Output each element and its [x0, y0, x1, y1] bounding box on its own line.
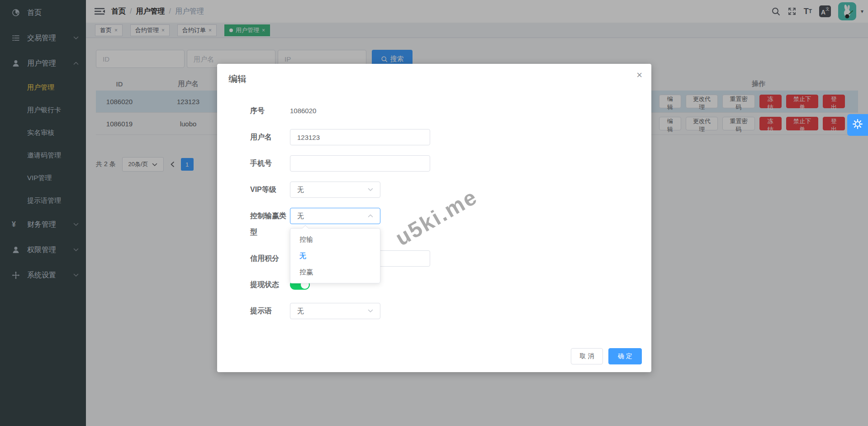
form-select-提示语[interactable]: 无: [290, 303, 380, 319]
form-row-用户名: 用户名: [250, 129, 633, 145]
select-dropdown: 控输无控赢: [290, 228, 380, 283]
confirm-button[interactable]: 确 定: [608, 348, 642, 364]
form-label: 用户名: [250, 129, 290, 145]
form-control: 无: [290, 182, 380, 198]
chevron-down-icon: [368, 309, 373, 313]
dialog-title: 编辑: [228, 74, 247, 84]
dialog-footer: 取 消 确 定: [571, 348, 642, 364]
form-row-提示语: 提示语无: [250, 303, 633, 319]
form-label: 信用积分: [250, 250, 290, 267]
select-value: 无: [297, 186, 304, 194]
form-row-手机号: 手机号: [250, 155, 633, 172]
gear-icon: [852, 118, 863, 132]
close-icon[interactable]: ×: [636, 70, 642, 80]
form-control: [290, 129, 430, 145]
select-value: 无: [297, 307, 304, 316]
form-label: 序号: [250, 103, 290, 119]
readonly-value: 1086020: [290, 107, 316, 115]
dialog-header: 编辑 ×: [217, 64, 651, 85]
cancel-button[interactable]: 取 消: [571, 348, 603, 364]
dropdown-option-无[interactable]: 无: [290, 248, 380, 264]
form-label: VIP等级: [250, 182, 290, 198]
form-control: 1086020: [290, 103, 316, 119]
dropdown-option-控赢[interactable]: 控赢: [290, 264, 380, 280]
form-label: 提示语: [250, 303, 290, 319]
select-value: 无: [297, 212, 304, 220]
form-control: [290, 155, 430, 172]
chevron-down-icon: [368, 188, 373, 191]
form-select-VIP等级[interactable]: 无: [290, 182, 380, 198]
form-label: 提现状态: [250, 277, 290, 293]
edit-dialog: 编辑 × 序号1086020用户名手机号VIP等级无控制输赢类型无信用积分提现状…: [217, 64, 651, 372]
form-label: 手机号: [250, 155, 290, 172]
dropdown-option-控输[interactable]: 控输: [290, 231, 380, 248]
form-label: 控制输赢类型: [250, 208, 290, 240]
form-select-控制输赢类型[interactable]: 无: [290, 208, 380, 224]
form-input-用户名[interactable]: [290, 129, 430, 145]
form-row-序号: 序号1086020: [250, 103, 633, 119]
form-control: 无: [290, 303, 380, 319]
dialog-form: 序号1086020用户名手机号VIP等级无控制输赢类型无信用积分提现状态提示语无: [217, 85, 651, 319]
form-row-VIP等级: VIP等级无: [250, 182, 633, 198]
chevron-up-icon: [368, 214, 373, 218]
settings-panel-button[interactable]: [847, 114, 868, 136]
form-input-手机号[interactable]: [290, 155, 430, 172]
